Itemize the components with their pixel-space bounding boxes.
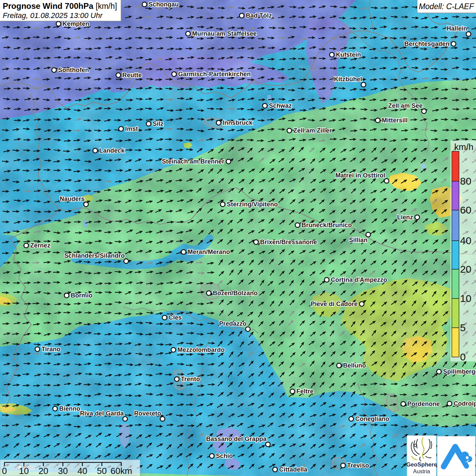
city-marker <box>220 202 225 207</box>
city-label: Mezzolombardo <box>177 346 225 353</box>
city-marker <box>239 13 244 18</box>
city-label: Silz <box>153 120 164 127</box>
geosphere-country: Austria <box>413 469 430 474</box>
city-marker <box>451 41 456 46</box>
city-marker <box>254 240 258 244</box>
city-marker <box>324 277 329 282</box>
city-marker <box>245 327 250 332</box>
city-label: Steinach am Brenner <box>162 158 224 165</box>
legend-segment-80 <box>452 151 459 181</box>
model-box: Modell: C-LAEF <box>417 0 476 13</box>
city-marker <box>52 68 56 72</box>
city-label: Belluno <box>343 362 366 369</box>
city-marker <box>172 72 176 76</box>
city-label: Kufstein <box>336 51 361 58</box>
city-label: Zernez <box>30 242 50 249</box>
model-label: Modell: C-LAEF <box>419 2 475 11</box>
city-marker <box>337 363 341 368</box>
city: Lienz <box>397 214 420 221</box>
partner-logo-box <box>437 436 475 476</box>
city-label: Schlanders/Silandro <box>64 252 125 259</box>
city-label: Murnau am Staffelsee <box>192 30 257 37</box>
legend-segment-20 <box>452 241 459 269</box>
city: Brixen/Bressanone <box>254 239 317 245</box>
city-marker <box>447 401 452 406</box>
city: Murnau am Staffelsee <box>186 30 257 37</box>
city-marker <box>359 302 364 306</box>
city-label: Sillian <box>349 237 368 243</box>
city: Mezzolombardo <box>171 346 224 353</box>
city-marker <box>384 178 389 183</box>
city-label: Sterzing/Vipiteno <box>227 201 278 208</box>
city-marker <box>361 82 366 87</box>
city-label: Berchtesgaden <box>404 40 449 47</box>
city-marker <box>226 159 231 164</box>
city-label: Cles <box>169 314 182 321</box>
city: Zell am Ziller <box>287 127 332 134</box>
city-marker <box>84 202 88 207</box>
city-label: Conegliano <box>355 415 389 422</box>
city-label: Predazzo <box>219 320 247 327</box>
city: Pieve di Cadore <box>311 301 364 307</box>
city: Meran/Merano <box>181 249 230 255</box>
city-marker <box>123 417 128 421</box>
city-label: Schio <box>216 453 233 459</box>
city-marker <box>216 120 221 125</box>
city-marker <box>64 293 69 298</box>
city-marker <box>35 347 40 352</box>
city-marker <box>171 347 176 352</box>
city-label: Bruneck/Brunico <box>302 222 352 228</box>
forecast-datetime: Freitag, 01.08.2025 13:00 Uhr <box>3 11 103 20</box>
city-marker <box>206 291 211 295</box>
scalebar-label-40: 40 <box>78 466 87 476</box>
city-marker <box>262 103 267 108</box>
city-label: Treviso <box>347 462 369 469</box>
legend-segment-10 <box>452 269 459 299</box>
city-marker <box>290 389 295 394</box>
city-label: Lienz <box>397 214 413 221</box>
city-label: Zell am See <box>388 102 423 109</box>
city-label: Bormio <box>71 292 92 299</box>
city-marker <box>142 2 147 7</box>
city-marker <box>349 417 354 421</box>
city: Schio <box>209 453 233 459</box>
legend-segment-40 <box>452 210 459 241</box>
scalebar-label-60km: 60km <box>111 466 132 476</box>
city: Bozen/Bolzano <box>206 290 257 296</box>
legend-tick-40: 40 <box>460 235 471 246</box>
city-label: Garmisch-Partenkirchen <box>178 71 251 78</box>
city-marker <box>266 442 270 447</box>
city: Steinach am Brenner <box>162 158 231 165</box>
legend-tick-80: 80 <box>460 175 471 187</box>
city: Bruneck/Brunico <box>295 222 352 228</box>
legend-tick-20: 20 <box>460 264 471 275</box>
city-label: Schwaz <box>269 102 292 109</box>
legend-colorbar: km/h806040201050 <box>451 140 476 362</box>
city-label: Trento <box>181 376 200 382</box>
city: Feltre <box>290 388 313 395</box>
city-marker <box>415 215 420 220</box>
city-label: Riva del Garda <box>80 410 124 417</box>
scalebar-label-30: 30 <box>58 466 68 476</box>
city-label: Zell am Ziller <box>293 127 332 134</box>
title-parameter: Prognose Wind 700hPa <box>3 1 94 11</box>
city-label: Feltre <box>296 388 313 395</box>
scalebar-label-10: 10 <box>19 466 29 476</box>
city-label: Bienno <box>59 405 80 412</box>
city-marker <box>295 223 300 227</box>
city: Garmisch-Partenkirchen <box>172 71 251 78</box>
city-marker <box>56 21 61 26</box>
city-marker <box>93 148 98 153</box>
city-marker <box>366 232 371 237</box>
city: Berchtesgaden <box>404 40 456 47</box>
city-label: Matrei in Osttirol <box>335 172 385 179</box>
city: Silz <box>146 120 164 127</box>
wind-forecast-map-page: Iseo <box>0 0 476 476</box>
city-marker <box>273 467 277 472</box>
city-marker <box>24 243 29 248</box>
city: Conegliano <box>349 415 389 422</box>
city-label: Cittadella <box>279 466 308 473</box>
city-label: Kempten <box>63 20 89 27</box>
city-marker <box>53 406 57 411</box>
geosphere-logo-box: GeoSphere Austria <box>406 436 437 476</box>
